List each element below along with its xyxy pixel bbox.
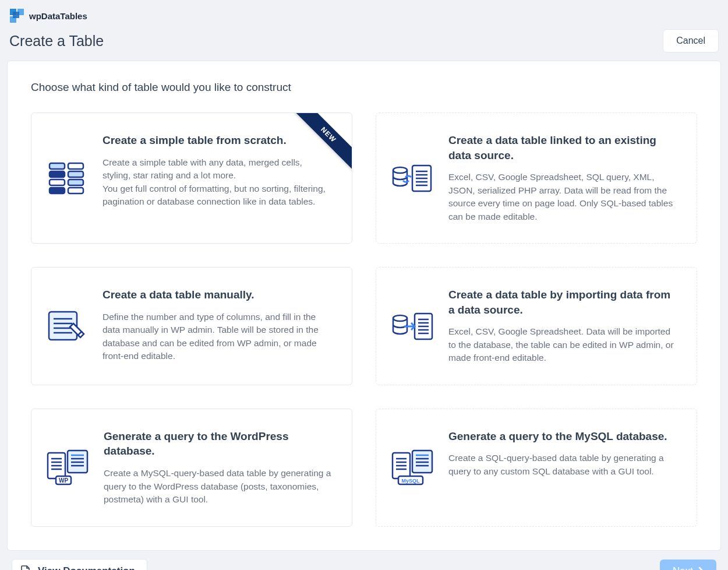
wp-query-icon: WP xyxy=(47,449,89,485)
card-title: Create a data table by importing data fr… xyxy=(448,287,677,317)
new-badge: NEW xyxy=(288,113,352,177)
cards-grid: NEW xyxy=(31,112,697,527)
main-panel: Choose what kind of table would you like… xyxy=(7,61,721,551)
card-manual-table[interactable]: Create a data table manually. Define the… xyxy=(31,267,352,385)
card-desc: Define the number and type of columns, a… xyxy=(103,311,332,363)
svg-rect-9 xyxy=(68,180,83,185)
svg-text:MySQL: MySQL xyxy=(401,478,420,484)
svg-point-12 xyxy=(393,167,407,173)
brand-name: wpDataTables xyxy=(29,11,87,21)
view-documentation-label: View Documentation xyxy=(38,565,135,570)
brand-logo: wpDataTables xyxy=(9,8,87,23)
svg-rect-10 xyxy=(50,188,65,193)
manual-edit-icon xyxy=(48,309,86,343)
card-title: Generate a query to the WordPress databa… xyxy=(104,429,332,459)
next-button[interactable]: Next xyxy=(660,560,716,570)
page-title: Create a Table xyxy=(9,33,104,50)
next-label: Next xyxy=(673,565,693,570)
card-import-data[interactable]: Create a data table by importing data fr… xyxy=(376,267,697,385)
card-desc: Excel, CSV, Google Spreadsheet, SQL quer… xyxy=(448,171,677,223)
card-desc: Create a MySQL-query-based data table by… xyxy=(104,467,332,506)
card-linked-source[interactable]: Create a data table linked to an existin… xyxy=(376,112,697,244)
svg-rect-11 xyxy=(68,188,83,193)
view-documentation-button[interactable]: View Documentation xyxy=(12,559,147,570)
svg-rect-6 xyxy=(50,171,65,177)
linked-source-icon xyxy=(391,162,433,195)
card-mysql-query[interactable]: MySQL Generate a query to the MySQL data… xyxy=(376,409,697,527)
footer-bar: View Documentation Next xyxy=(7,551,721,570)
import-data-icon xyxy=(391,310,433,343)
simple-table-icon xyxy=(48,162,86,195)
card-desc: Excel, CSV, Google Spreadsheet. Data wil… xyxy=(448,325,677,364)
subheading: Choose what kind of table would you like… xyxy=(31,81,697,94)
document-icon xyxy=(20,565,31,570)
svg-rect-3 xyxy=(13,12,19,18)
svg-rect-8 xyxy=(50,180,65,185)
card-title: Create a data table linked to an existin… xyxy=(448,133,677,163)
card-desc: Create a SQL-query-based data table by g… xyxy=(448,452,677,478)
card-simple-table[interactable]: NEW xyxy=(31,112,352,244)
svg-point-24 xyxy=(393,315,407,321)
svg-text:WP: WP xyxy=(59,477,68,484)
card-title: Create a data table manually. xyxy=(103,287,332,302)
svg-rect-4 xyxy=(50,163,65,169)
top-bar: wpDataTables xyxy=(7,7,721,27)
mysql-query-icon: MySQL xyxy=(391,449,433,485)
card-title: Generate a query to the MySQL database. xyxy=(448,429,677,444)
card-wp-query[interactable]: WP Generate a query to the WordPress dat… xyxy=(31,409,352,527)
svg-rect-7 xyxy=(68,171,83,177)
cancel-button[interactable]: Cancel xyxy=(663,29,719,52)
wpdatatables-logo-icon xyxy=(9,8,24,23)
svg-rect-5 xyxy=(68,163,83,169)
chevron-right-icon xyxy=(697,567,706,570)
